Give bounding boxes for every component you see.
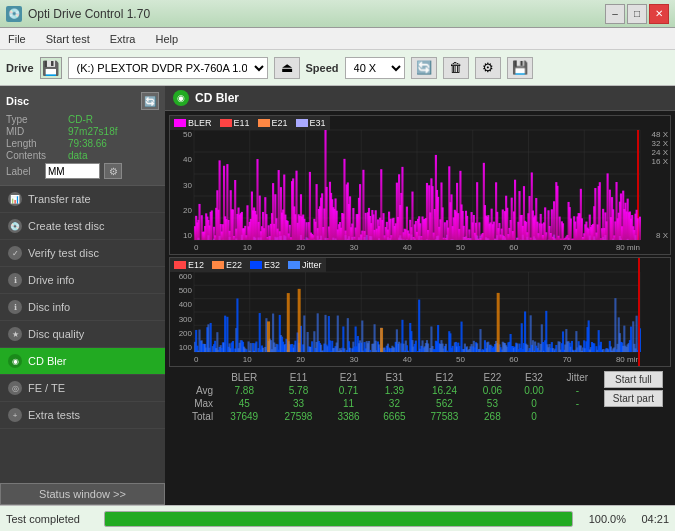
create-test-disc-icon: 💿 xyxy=(8,219,22,233)
charts-area: BLER E11 E21 E31 48 X 32 X 24 X 16 X 8 X… xyxy=(165,111,675,505)
transfer-rate-icon: 📊 xyxy=(8,192,22,206)
nav-items: 📊 Transfer rate 💿 Create test disc ✓ Ver… xyxy=(0,186,165,429)
top-chart-canvas xyxy=(170,116,670,254)
drive-select[interactable]: (K:) PLEXTOR DVDR PX-760A 1.07 xyxy=(68,57,268,79)
top-chart-legend: BLER E11 E21 E31 xyxy=(170,116,330,130)
titlebar-left: 💿 Opti Drive Control 1.70 xyxy=(6,6,150,22)
label-key: Label xyxy=(6,166,41,177)
bottom-chart: E12 E22 E32 Jitter 600 500 400 300 200 1… xyxy=(169,257,671,367)
top-chart: BLER E11 E21 E31 48 X 32 X 24 X 16 X 8 X… xyxy=(169,115,671,255)
app-title: Opti Drive Control 1.70 xyxy=(28,7,150,21)
start-buttons: Start full Start part xyxy=(600,371,667,407)
bottom-chart-x-axis: 01020304050607080 min xyxy=(194,355,640,364)
drive-icon: 💾 xyxy=(40,57,62,79)
contents-key: Contents xyxy=(6,150,64,161)
save-button[interactable]: 💾 xyxy=(507,57,533,79)
drive-label: Drive xyxy=(6,62,34,74)
sidebar-label-disc-info: Disc info xyxy=(28,301,70,313)
progress-fill xyxy=(105,512,572,526)
sidebar-item-disc-info[interactable]: ℹ Disc info xyxy=(0,294,165,321)
disc-title: Disc xyxy=(6,95,29,107)
length-val: 79:38.66 xyxy=(68,138,107,149)
sidebar-label-extra-tests: Extra tests xyxy=(28,409,80,421)
statusbar: Test completed 100.0% 04:21 xyxy=(0,505,675,531)
window-controls: – □ ✕ xyxy=(605,4,669,24)
table-row: Total376492759833866665775832680 xyxy=(173,410,600,423)
progress-bar xyxy=(104,511,573,527)
disc-header: Disc 🔄 xyxy=(6,92,159,110)
menu-extra[interactable]: Extra xyxy=(106,31,140,47)
drive-info-icon: ℹ xyxy=(8,273,22,287)
eject-button[interactable]: ⏏ xyxy=(274,57,300,79)
extra-tests-icon: + xyxy=(8,408,22,422)
status-window-button[interactable]: Status window >> xyxy=(0,483,165,505)
cd-bler-icon: ◉ xyxy=(173,90,189,106)
sidebar-item-create-test-disc[interactable]: 💿 Create test disc xyxy=(0,213,165,240)
sidebar-item-cd-bler[interactable]: ◉ CD Bler xyxy=(0,348,165,375)
minimize-button[interactable]: – xyxy=(605,4,625,24)
menu-start-test[interactable]: Start test xyxy=(42,31,94,47)
app-icon: 💿 xyxy=(6,6,22,22)
menubar: File Start test Extra Help xyxy=(0,28,675,50)
sidebar-item-fe-te[interactable]: ◎ FE / TE xyxy=(0,375,165,402)
col-e21: E21 xyxy=(326,371,372,384)
time-label: 04:21 xyxy=(634,513,669,525)
table-row: Avg7.885.780.711.3916.240.060.00- xyxy=(173,384,600,397)
maximize-button[interactable]: □ xyxy=(627,4,647,24)
status-text: Test completed xyxy=(6,513,96,525)
disc-quality-icon: ★ xyxy=(8,327,22,341)
top-chart-y-axis: 48 X 32 X 24 X 16 X 8 X xyxy=(642,130,670,240)
top-chart-x-axis: 01020304050607080 min xyxy=(194,243,640,252)
sidebar-label-create-test-disc: Create test disc xyxy=(28,220,104,232)
erase-button[interactable]: 🗑 xyxy=(443,57,469,79)
sidebar-item-drive-info[interactable]: ℹ Drive info xyxy=(0,267,165,294)
sidebar-item-verify-test-disc[interactable]: ✓ Verify test disc xyxy=(0,240,165,267)
sidebar-item-extra-tests[interactable]: + Extra tests xyxy=(0,402,165,429)
label-input[interactable] xyxy=(45,163,100,179)
fe-te-icon: ◎ xyxy=(8,381,22,395)
menu-help[interactable]: Help xyxy=(151,31,182,47)
start-part-button[interactable]: Start part xyxy=(604,390,663,407)
col-e31: E31 xyxy=(371,371,417,384)
cd-bler-title: CD Bler xyxy=(195,91,239,105)
col-jitter: Jitter xyxy=(555,371,600,384)
col-e22: E22 xyxy=(472,371,514,384)
stats-area: BLER E11 E21 E31 E12 E22 E32 Jitter Avg7… xyxy=(169,369,671,425)
col-e12: E12 xyxy=(417,371,471,384)
sidebar-label-fe-te: FE / TE xyxy=(28,382,65,394)
start-full-button[interactable]: Start full xyxy=(604,371,663,388)
type-val: CD-R xyxy=(68,114,93,125)
sidebar-item-disc-quality[interactable]: ★ Disc quality xyxy=(0,321,165,348)
speed-label: Speed xyxy=(306,62,339,74)
label-row: Label ⚙ xyxy=(6,163,159,179)
bottom-chart-legend: E12 E22 E32 Jitter xyxy=(170,258,326,272)
sidebar-label-disc-quality: Disc quality xyxy=(28,328,84,340)
progress-label: 100.0% xyxy=(581,513,626,525)
verify-test-disc-icon: ✓ xyxy=(8,246,22,260)
col-bler: BLER xyxy=(217,371,271,384)
disc-panel: Disc 🔄 Type CD-R MID 97m27s18f Length 79… xyxy=(0,86,165,186)
refresh-button[interactable]: 🔄 xyxy=(411,57,437,79)
sidebar-label-cd-bler: CD Bler xyxy=(28,355,67,367)
settings-button[interactable]: ⚙ xyxy=(475,57,501,79)
menu-file[interactable]: File xyxy=(4,31,30,47)
content-area: ◉ CD Bler BLER E11 E21 E31 48 X 32 X 24 … xyxy=(165,86,675,505)
disc-refresh-button[interactable]: 🔄 xyxy=(141,92,159,110)
sidebar: Disc 🔄 Type CD-R MID 97m27s18f Length 79… xyxy=(0,86,165,505)
drivebar: Drive 💾 (K:) PLEXTOR DVDR PX-760A 1.07 ⏏… xyxy=(0,50,675,86)
disc-info-icon: ℹ xyxy=(8,300,22,314)
sidebar-label-verify-test-disc: Verify test disc xyxy=(28,247,99,259)
sidebar-label-transfer-rate: Transfer rate xyxy=(28,193,91,205)
mid-key: MID xyxy=(6,126,64,137)
type-key: Type xyxy=(6,114,64,125)
speed-select[interactable]: 40 X xyxy=(345,57,405,79)
cd-bler-header: ◉ CD Bler xyxy=(165,86,675,111)
stats-tbody: Avg7.885.780.711.3916.240.060.00-Max4533… xyxy=(173,384,600,423)
col-e32: E32 xyxy=(513,371,555,384)
close-button[interactable]: ✕ xyxy=(649,4,669,24)
main-area: Disc 🔄 Type CD-R MID 97m27s18f Length 79… xyxy=(0,86,675,505)
label-icon-button[interactable]: ⚙ xyxy=(104,163,122,179)
sidebar-label-drive-info: Drive info xyxy=(28,274,74,286)
col-e11: E11 xyxy=(271,371,325,384)
sidebar-item-transfer-rate[interactable]: 📊 Transfer rate xyxy=(0,186,165,213)
